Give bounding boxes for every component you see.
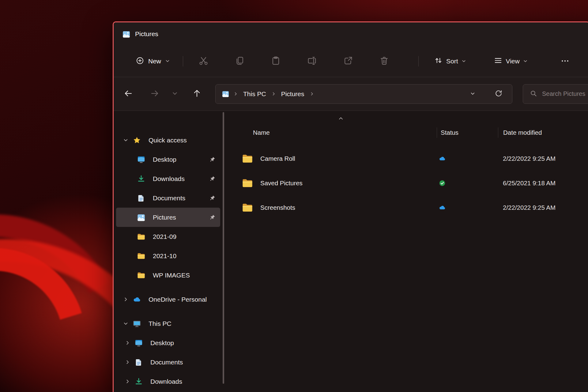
desktop-icon bbox=[137, 155, 150, 164]
toolbar-divider bbox=[418, 56, 419, 66]
file-name: Saved Pictures bbox=[260, 179, 437, 187]
onedrive-cloud-icon bbox=[133, 295, 145, 304]
rename-button[interactable] bbox=[302, 52, 322, 70]
forward-arrow-icon bbox=[150, 89, 159, 99]
up-button[interactable] bbox=[188, 85, 206, 103]
breadcrumb-chevron-icon bbox=[271, 92, 276, 96]
chevron-right-icon[interactable] bbox=[119, 297, 133, 302]
file-row-screenshots[interactable]: Screenshots 2/22/2022 9:25 AM bbox=[235, 195, 588, 220]
navigation-bar: This PC Pictures bbox=[114, 77, 588, 111]
sidebar-item-this-pc-desktop[interactable]: Desktop bbox=[114, 333, 223, 352]
refresh-icon bbox=[495, 89, 503, 98]
window-title: Pictures bbox=[135, 30, 158, 38]
address-bar[interactable]: This PC Pictures bbox=[215, 84, 512, 104]
forward-button[interactable] bbox=[145, 85, 164, 103]
chevron-down-icon[interactable] bbox=[119, 321, 133, 326]
chevron-right-icon[interactable] bbox=[120, 379, 134, 384]
date-modified: 2/22/2022 9:25 AM bbox=[498, 155, 588, 162]
toolbar-divider bbox=[183, 56, 183, 66]
synced-status-icon bbox=[438, 179, 447, 187]
sidebar-item-label: Pictures bbox=[153, 214, 209, 221]
view-button[interactable]: View bbox=[489, 52, 532, 70]
chevron-down-icon bbox=[470, 91, 475, 97]
sidebar-item-2021-09[interactable]: 2021-09 bbox=[114, 227, 223, 246]
paste-button[interactable] bbox=[266, 52, 285, 70]
command-bar: New Sort bbox=[114, 46, 588, 77]
sort-button-label: Sort bbox=[446, 58, 458, 65]
breadcrumb-chevron-icon bbox=[310, 92, 314, 96]
chevron-down-icon[interactable] bbox=[119, 138, 133, 143]
this-pc-icon bbox=[133, 319, 145, 328]
sidebar-item-downloads[interactable]: Downloads bbox=[114, 169, 223, 188]
chevron-right-icon[interactable] bbox=[120, 360, 134, 365]
folder-icon bbox=[137, 232, 150, 241]
sidebar-item-onedrive[interactable]: OneDrive - Personal bbox=[114, 290, 223, 309]
folder-icon bbox=[235, 202, 260, 213]
sidebar-item-this-pc-documents[interactable]: Documents bbox=[114, 352, 223, 372]
documents-icon bbox=[134, 358, 147, 367]
sidebar-item-2021-10[interactable]: 2021-10 bbox=[114, 246, 223, 266]
search-box[interactable] bbox=[523, 84, 588, 104]
sidebar-item-label: 2021-10 bbox=[153, 252, 223, 260]
delete-button[interactable] bbox=[374, 52, 394, 70]
status-cell bbox=[437, 155, 498, 162]
date-modified: 6/25/2021 9:18 AM bbox=[498, 179, 588, 187]
sidebar-item-wp-images[interactable]: WP IMAGES bbox=[114, 266, 223, 285]
paste-icon bbox=[271, 56, 281, 67]
sidebar-item-label: Downloads bbox=[153, 175, 209, 183]
file-name: Camera Roll bbox=[260, 155, 437, 162]
search-input[interactable] bbox=[542, 90, 588, 97]
folder-icon bbox=[235, 177, 260, 189]
new-button-label: New bbox=[148, 58, 161, 65]
copy-button[interactable] bbox=[230, 52, 249, 70]
star-icon bbox=[133, 136, 145, 145]
sidebar-item-label: Documents bbox=[153, 194, 209, 202]
view-lines-icon bbox=[494, 56, 503, 66]
file-row-saved-pictures[interactable]: Saved Pictures 6/25/2021 9:18 AM bbox=[235, 171, 588, 195]
sidebar-item-label: This PC bbox=[149, 320, 223, 327]
folder-icon bbox=[235, 153, 260, 164]
sidebar-item-label: Documents bbox=[150, 359, 223, 366]
address-dropdown-button[interactable] bbox=[466, 87, 479, 101]
column-header-status[interactable]: Status bbox=[437, 127, 498, 138]
status-cell bbox=[437, 179, 498, 187]
sort-button[interactable]: Sort bbox=[430, 52, 470, 70]
pin-icon bbox=[209, 195, 215, 201]
column-header-name[interactable]: Name bbox=[235, 129, 437, 136]
share-button[interactable] bbox=[338, 52, 358, 70]
cut-icon bbox=[198, 56, 209, 67]
sidebar-item-label: 2021-09 bbox=[153, 233, 223, 240]
recent-locations-button[interactable] bbox=[168, 85, 182, 103]
sidebar-item-this-pc[interactable]: This PC bbox=[114, 314, 223, 333]
sidebar-item-label: Desktop bbox=[150, 339, 223, 347]
title-bar[interactable]: Pictures bbox=[114, 22, 588, 46]
sidebar-item-label: WP IMAGES bbox=[153, 272, 223, 279]
pin-icon bbox=[209, 156, 215, 162]
sidebar-item-pictures[interactable]: Pictures bbox=[116, 208, 220, 227]
plus-circle-icon bbox=[136, 56, 144, 66]
chevron-down-icon bbox=[523, 58, 528, 65]
back-button[interactable] bbox=[119, 85, 138, 103]
pin-icon bbox=[209, 214, 215, 220]
cloud-status-icon bbox=[438, 204, 447, 211]
cut-button[interactable] bbox=[194, 52, 213, 70]
sidebar-item-quick-access[interactable]: Quick access bbox=[114, 130, 223, 150]
sidebar-item-desktop[interactable]: Desktop bbox=[114, 150, 223, 169]
breadcrumb-pictures[interactable]: Pictures bbox=[280, 89, 306, 100]
chevron-right-icon[interactable] bbox=[120, 340, 134, 345]
chevron-down-icon bbox=[172, 90, 178, 97]
refresh-button[interactable] bbox=[491, 87, 506, 101]
column-header-date-modified[interactable]: Date modified bbox=[498, 127, 588, 138]
trash-icon bbox=[379, 56, 389, 67]
sidebar-item-documents[interactable]: Documents bbox=[114, 188, 223, 208]
back-arrow-icon bbox=[124, 89, 133, 99]
chevron-down-icon bbox=[165, 58, 170, 65]
more-options-button[interactable] bbox=[556, 53, 574, 70]
pictures-icon bbox=[137, 213, 150, 222]
file-list: Name Status Date modified Camera Roll 2/… bbox=[224, 111, 588, 392]
breadcrumb-this-pc[interactable]: This PC bbox=[242, 89, 267, 100]
sidebar-item-this-pc-downloads[interactable]: Downloads bbox=[114, 372, 223, 391]
new-button[interactable]: New bbox=[131, 53, 175, 70]
downloads-icon bbox=[134, 377, 147, 386]
file-row-camera-roll[interactable]: Camera Roll 2/22/2022 9:25 AM bbox=[235, 146, 588, 171]
